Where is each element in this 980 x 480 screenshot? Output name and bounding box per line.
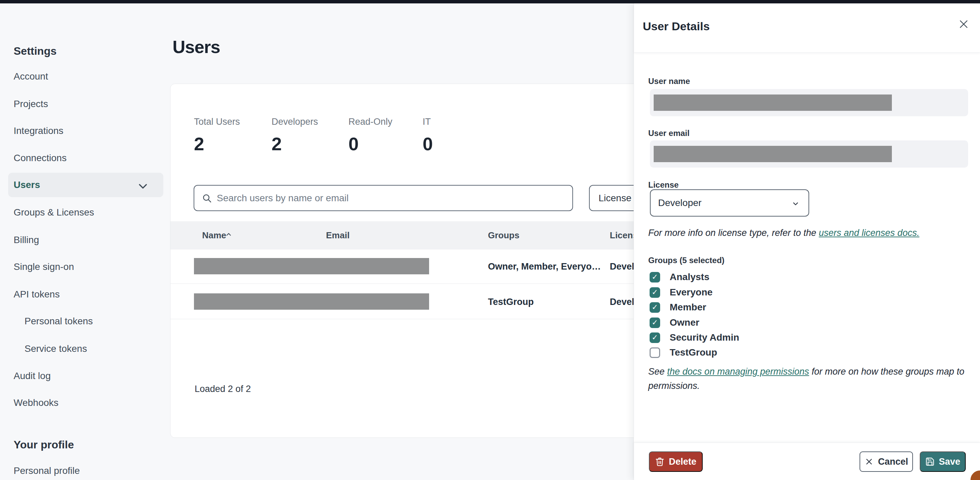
license-label: License bbox=[648, 180, 679, 190]
group-checkbox-everyone[interactable]: Everyone bbox=[649, 285, 713, 299]
managing-permissions-docs-link[interactable]: the docs on managing permissions bbox=[667, 366, 809, 377]
chevron-down-icon bbox=[791, 199, 800, 208]
group-name: Everyone bbox=[670, 287, 713, 298]
sidebar-item-users[interactable]: Users bbox=[14, 174, 40, 196]
close-icon[interactable] bbox=[958, 18, 973, 33]
sidebar-item-audit-log[interactable]: Audit log bbox=[14, 365, 51, 387]
sidebar-section-title: Settings bbox=[14, 40, 56, 62]
group-checkbox-owner[interactable]: Owner bbox=[649, 316, 699, 330]
drawer-title: User Details bbox=[643, 20, 710, 33]
cancel-button[interactable]: Cancel bbox=[859, 451, 913, 472]
search-input[interactable] bbox=[217, 193, 557, 204]
search-users-box bbox=[194, 185, 573, 211]
checkbox-icon[interactable] bbox=[649, 272, 660, 282]
search-icon bbox=[202, 193, 212, 203]
group-checkbox-security-admin[interactable]: Security Admin bbox=[649, 331, 739, 344]
redacted-user-email bbox=[654, 146, 892, 162]
users-licenses-docs-link[interactable]: users and licenses docs. bbox=[819, 228, 920, 238]
sidebar-item-account[interactable]: Account bbox=[14, 65, 48, 88]
row-groups-cell: Owner, Member, Everyo… bbox=[488, 250, 601, 284]
stat-label: IT bbox=[423, 117, 433, 127]
sidebar-item-webhooks[interactable]: Webhooks bbox=[14, 391, 59, 414]
permissions-note: See the docs on managing permissions for… bbox=[648, 364, 972, 393]
group-name: Owner bbox=[670, 317, 699, 328]
stat-value: 0 bbox=[348, 133, 392, 154]
save-button[interactable]: Save bbox=[920, 451, 966, 472]
sidebar-item-billing[interactable]: Billing bbox=[14, 229, 39, 251]
group-name: Member bbox=[670, 302, 706, 313]
x-icon bbox=[864, 457, 874, 466]
page-title: Users bbox=[172, 37, 220, 57]
delete-button[interactable]: Delete bbox=[649, 451, 703, 472]
group-checkbox-analysts[interactable]: Analysts bbox=[649, 270, 710, 284]
sidebar-item-service-tokens[interactable]: Service tokens bbox=[24, 337, 87, 360]
stat-value: 0 bbox=[423, 133, 433, 154]
stat-label: Read-Only bbox=[348, 117, 392, 127]
sidebar-profile-section-title: Your profile bbox=[14, 433, 74, 456]
stat-value: 2 bbox=[272, 133, 318, 154]
stat-developers: Developers 2 bbox=[272, 117, 318, 154]
user-details-drawer: User Details User name User email Licens… bbox=[633, 3, 980, 480]
license-select[interactable]: Developer bbox=[650, 189, 809, 217]
sort-ascending-icon bbox=[224, 230, 233, 239]
column-header-groups[interactable]: Groups bbox=[488, 221, 519, 250]
drawer-header: User Details bbox=[634, 3, 980, 53]
license-filter-label: License bbox=[598, 193, 632, 204]
sidebar-item-single-sign-on[interactable]: Single sign-on bbox=[14, 256, 74, 278]
checkbox-icon[interactable] bbox=[649, 333, 660, 343]
license-info-text: For more info on license type, refer to … bbox=[648, 228, 972, 238]
column-header-name[interactable]: Name bbox=[202, 221, 226, 250]
user-email-label: User email bbox=[648, 128, 689, 138]
redacted-name-email bbox=[194, 293, 429, 310]
checkbox-icon[interactable] bbox=[649, 347, 660, 358]
user-name-input[interactable] bbox=[650, 89, 968, 116]
chevron-down-icon[interactable] bbox=[136, 179, 150, 193]
stat-label: Developers bbox=[272, 117, 318, 127]
settings-sidebar: Settings Account Projects Integrations C… bbox=[0, 3, 170, 480]
checkbox-icon[interactable] bbox=[649, 317, 660, 328]
stat-it: IT 0 bbox=[423, 117, 433, 154]
group-name: Analysts bbox=[670, 272, 710, 282]
license-selected-value: Developer bbox=[658, 198, 702, 208]
drawer-footer: Delete Cancel Save bbox=[634, 443, 980, 480]
group-name: Security Admin bbox=[670, 332, 739, 343]
loaded-count-text: Loaded 2 of 2 bbox=[195, 384, 251, 394]
group-name: TestGroup bbox=[670, 347, 717, 358]
user-name-label: User name bbox=[648, 76, 690, 86]
sidebar-item-projects[interactable]: Projects bbox=[14, 93, 48, 115]
top-black-bar bbox=[0, 0, 980, 3]
groups-count-label: Groups (5 selected) bbox=[648, 256, 724, 265]
group-checkbox-member[interactable]: Member bbox=[649, 301, 706, 314]
sidebar-item-groups-licenses[interactable]: Groups & Licenses bbox=[14, 201, 94, 224]
redacted-user-name bbox=[654, 95, 892, 111]
group-checkbox-testgroup[interactable]: TestGroup bbox=[649, 346, 717, 359]
trash-icon bbox=[655, 457, 665, 466]
sidebar-item-personal-profile[interactable]: Personal profile bbox=[14, 459, 80, 480]
stat-read-only: Read-Only 0 bbox=[348, 117, 392, 154]
checkbox-icon[interactable] bbox=[649, 302, 660, 313]
user-email-input[interactable] bbox=[650, 140, 968, 168]
redacted-name-email bbox=[194, 258, 429, 274]
save-disk-icon bbox=[925, 457, 935, 466]
checkbox-icon[interactable] bbox=[649, 287, 660, 298]
row-groups-cell: TestGroup bbox=[488, 285, 534, 319]
sidebar-item-api-tokens[interactable]: API tokens bbox=[14, 283, 60, 306]
sidebar-item-integrations[interactable]: Integrations bbox=[14, 120, 63, 142]
column-header-email[interactable]: Email bbox=[326, 221, 350, 250]
sidebar-item-personal-tokens[interactable]: Personal tokens bbox=[24, 310, 93, 333]
stat-total-users: Total Users 2 bbox=[194, 117, 240, 154]
sidebar-item-connections[interactable]: Connections bbox=[14, 147, 67, 169]
stat-value: 2 bbox=[194, 133, 240, 154]
stat-label: Total Users bbox=[194, 117, 240, 127]
